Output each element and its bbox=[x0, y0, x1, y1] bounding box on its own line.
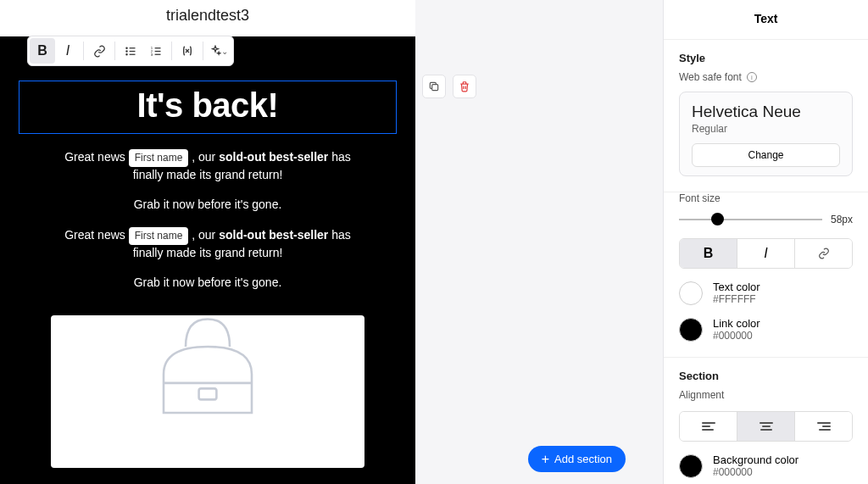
canvas-column: trialendtest3 B I 123 ⌄ bbox=[0, 0, 663, 484]
duplicate-button[interactable] bbox=[422, 75, 446, 98]
add-section-button[interactable]: + Add section bbox=[528, 446, 626, 472]
chevron-down-icon: ⌄ bbox=[221, 47, 228, 56]
variable-button[interactable] bbox=[175, 38, 200, 64]
fontsize-section: Font size 58px B I Text color #FFFFFF Li… bbox=[664, 192, 868, 357]
font-name: Helvetica Neue bbox=[692, 103, 840, 121]
paragraph-1[interactable]: Great news First name , our sold-out bes… bbox=[0, 149, 415, 183]
slider-thumb[interactable] bbox=[711, 213, 724, 225]
merge-tag-firstname[interactable]: First name bbox=[129, 227, 189, 245]
section-label: Section bbox=[679, 358, 853, 382]
block-actions bbox=[422, 75, 476, 98]
bg-color-row[interactable]: Background color #000000 bbox=[679, 453, 853, 478]
headline-text: It's back! bbox=[19, 86, 396, 125]
svg-point-0 bbox=[125, 47, 126, 48]
image-placeholder[interactable] bbox=[51, 315, 364, 468]
email-body[interactable]: It's back! Great news First name , our s… bbox=[0, 36, 415, 484]
svg-text:3: 3 bbox=[150, 52, 153, 56]
textstyle-segmented: B I bbox=[679, 238, 853, 269]
font-weight: Regular bbox=[692, 123, 840, 135]
change-font-button[interactable]: Change bbox=[692, 143, 840, 167]
seg-bold[interactable]: B bbox=[680, 239, 737, 268]
headline-block-selected[interactable]: It's back! bbox=[19, 81, 397, 134]
font-box: Helvetica Neue Regular Change bbox=[679, 92, 853, 176]
section-section: Section Alignment Background color #0000… bbox=[664, 357, 868, 484]
style-label: Style bbox=[679, 40, 853, 64]
document-title: trialendtest3 bbox=[0, 0, 415, 36]
paragraph-4[interactable]: Grab it now before it's gone. bbox=[0, 275, 415, 292]
paragraph-2[interactable]: Grab it now before it's gone. bbox=[0, 197, 415, 214]
align-center[interactable] bbox=[737, 412, 794, 441]
properties-sidebar: Text Style Web safe font i Helvetica Neu… bbox=[663, 0, 868, 484]
websafe-label: Web safe font i bbox=[679, 71, 853, 83]
alignment-label: Alignment bbox=[679, 389, 853, 401]
svg-rect-13 bbox=[432, 85, 438, 91]
link-button[interactable] bbox=[86, 38, 112, 64]
fontsize-slider[interactable]: 58px bbox=[679, 211, 853, 228]
svg-point-4 bbox=[125, 53, 126, 54]
link-color-swatch[interactable] bbox=[679, 318, 703, 342]
svg-rect-12 bbox=[199, 388, 217, 399]
bullet-list-button[interactable] bbox=[118, 38, 143, 64]
svg-point-2 bbox=[125, 50, 126, 51]
delete-button[interactable] bbox=[453, 75, 476, 98]
sidebar-title: Text bbox=[664, 0, 868, 39]
align-left[interactable] bbox=[680, 412, 737, 441]
paragraph-3[interactable]: Great news First name , our sold-out bes… bbox=[0, 227, 415, 261]
italic-button[interactable]: I bbox=[55, 38, 81, 64]
info-icon[interactable]: i bbox=[747, 72, 757, 82]
seg-link[interactable] bbox=[794, 239, 852, 268]
merge-tag-firstname[interactable]: First name bbox=[129, 149, 189, 167]
numbered-list-button[interactable]: 123 bbox=[143, 38, 169, 64]
align-center-icon bbox=[760, 422, 773, 431]
plus-icon: + bbox=[542, 453, 549, 465]
text-toolbar: B I 123 ⌄ bbox=[27, 36, 234, 66]
bg-color-swatch[interactable] bbox=[679, 454, 703, 478]
style-section: Style Web safe font i Helvetica Neue Reg… bbox=[664, 39, 868, 192]
align-right-icon bbox=[817, 422, 831, 431]
fontsize-value: 58px bbox=[831, 214, 853, 225]
bold-button[interactable]: B bbox=[30, 38, 55, 64]
text-color-swatch[interactable] bbox=[679, 281, 703, 305]
alignment-segmented bbox=[679, 411, 853, 442]
email-canvas: trialendtest3 B I 123 ⌄ bbox=[0, 0, 415, 484]
align-left-icon bbox=[702, 422, 715, 431]
seg-italic[interactable]: I bbox=[737, 239, 794, 268]
text-color-row[interactable]: Text color #FFFFFF bbox=[679, 281, 853, 305]
align-right[interactable] bbox=[794, 412, 852, 441]
link-color-row[interactable]: Link color #000000 bbox=[679, 317, 853, 342]
fontsize-label: Font size bbox=[679, 192, 853, 204]
ai-button[interactable]: ⌄ bbox=[206, 38, 231, 64]
